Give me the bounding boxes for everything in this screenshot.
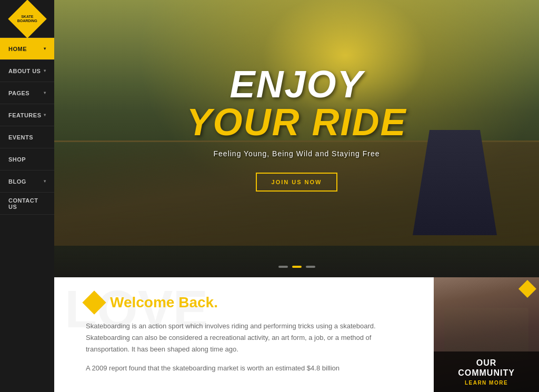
sidebar: Skate BOARDING HOME▾ABOUT US▾PAGES▾FEATU… [0,0,54,392]
nav-label-shop: SHOP [8,156,26,163]
diamond-icon [82,290,106,314]
nav-label-features: FEATURES [8,112,41,118]
hero-title-line2: YOUR RIDE [186,103,406,141]
nav-label-blog: BLOG [8,178,26,185]
dot-1[interactable] [278,266,288,268]
welcome-title: Welcome Back. [110,294,218,311]
welcome-header: Welcome Back. [86,294,413,311]
logo-area[interactable]: Skate BOARDING [0,0,54,38]
welcome-description-1: Skateboarding is an action sport which i… [86,320,413,355]
chevron-icon-pages: ▾ [44,91,46,95]
nav-label-events: EVENTS [8,134,33,140]
hero-content: ENJOY YOUR RIDE Feeling Young, Being Wil… [54,0,539,277]
chevron-icon-home: ▾ [44,46,46,51]
hero-section: ENJOY YOUR RIDE Feeling Young, Being Wil… [54,0,539,277]
nav-item-contact-us[interactable]: CONTACT US [0,193,54,215]
dot-2[interactable] [292,266,302,268]
nav-item-shop[interactable]: SHOP [0,148,54,170]
nav-label-pages: PAGES [8,90,29,96]
nav-label-contact-us: CONTACT US [8,197,46,210]
nav-item-blog[interactable]: BLOG▾ [0,170,54,193]
chevron-icon-about-us: ▾ [44,68,46,73]
nav-item-events[interactable]: EVENTS [0,126,54,148]
nav-item-about-us[interactable]: ABOUT US▾ [0,60,54,82]
community-overlay: OURCOMMUNITY LEARN MORE [434,351,539,392]
nav-label-home: HOME [8,46,27,52]
nav-menu: HOME▾ABOUT US▾PAGES▾FEATURES▾EVENTSSHOPB… [0,38,54,392]
bottom-section: love Welcome Back. Skateboarding is an a… [54,277,539,392]
hero-subtitle: Feeling Young, Being Wild and Staying Fr… [214,149,380,158]
welcome-title-accent: . [214,294,218,310]
dot-3[interactable] [306,266,315,268]
community-card[interactable]: OURCOMMUNITY LEARN MORE [434,277,539,392]
community-learn-more[interactable]: LEARN MORE [441,380,532,386]
welcome-description-2: A 2009 report found that the skateboardi… [86,363,413,374]
hero-cta-button[interactable]: JOIN US NOW [256,173,338,192]
chevron-icon-features: ▾ [44,113,46,117]
logo-text: Skate BOARDING [17,14,37,23]
nav-item-features[interactable]: FEATURES▾ [0,104,54,126]
nav-label-about-us: ABOUT US [8,68,41,74]
logo-diamond: Skate BOARDING [8,0,47,38]
chevron-icon-blog: ▾ [44,179,46,184]
welcome-area: love Welcome Back. Skateboarding is an a… [54,277,434,392]
hero-title-line1: ENJOY [229,65,363,103]
nav-item-home[interactable]: HOME▾ [0,38,54,60]
slider-dots [278,266,315,268]
nav-item-pages[interactable]: PAGES▾ [0,82,54,104]
welcome-title-text: Welcome Back [110,294,214,310]
main-content: ENJOY YOUR RIDE Feeling Young, Being Wil… [54,0,539,392]
community-title: OURCOMMUNITY [441,358,532,378]
